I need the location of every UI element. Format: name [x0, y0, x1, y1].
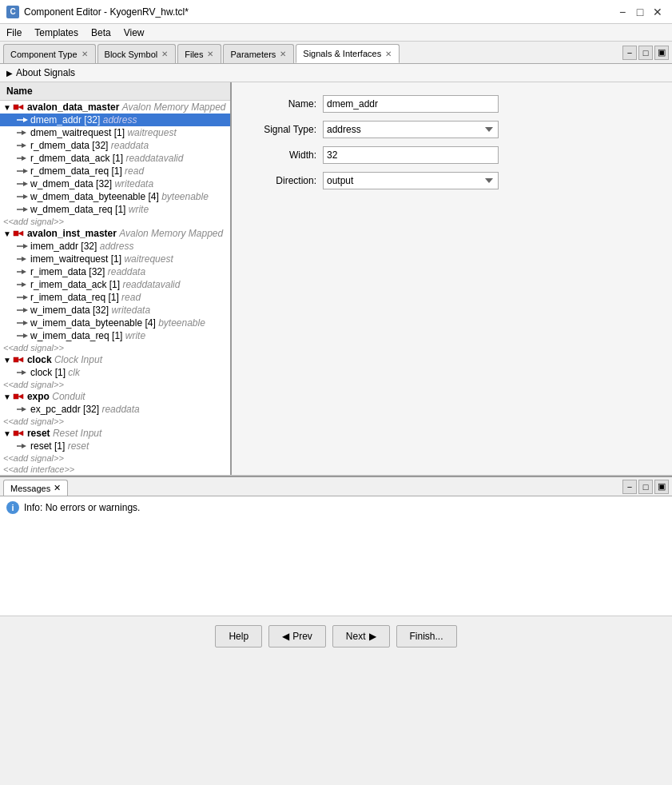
- messages-minimize-btn[interactable]: −: [622, 480, 637, 494]
- signal-type-select[interactable]: address readdata writedata waitrequest r…: [323, 121, 499, 138]
- signal-type: write: [125, 330, 145, 341]
- tree-item-expo[interactable]: ▼ expo Conduit: [0, 390, 230, 403]
- tree-item-dmem-addr[interactable]: dmem_addr [32] address: [0, 114, 230, 126]
- signal-type: readdata: [101, 404, 139, 415]
- svg-marker-23: [22, 257, 26, 261]
- signal-type: address: [100, 241, 134, 252]
- about-signals-toggle[interactable]: ▶ About Signals: [0, 64, 672, 82]
- menu-templates[interactable]: Templates: [28, 26, 85, 40]
- tab-close-signals-interfaces[interactable]: ✕: [384, 50, 392, 58]
- messages-close-btn[interactable]: ✕: [54, 483, 61, 493]
- message-row: i Info: No errors or warnings.: [6, 501, 666, 514]
- minimize-button[interactable]: −: [614, 4, 630, 20]
- direction-label: Direction:: [245, 175, 316, 186]
- signal-type: readdatavalid: [125, 153, 183, 164]
- tree-item-reset-sig[interactable]: reset [1] reset: [0, 440, 230, 452]
- tab-close-component-type[interactable]: ✕: [81, 50, 89, 58]
- direction-select[interactable]: output input bidir: [323, 172, 499, 189]
- tree-item-avalon-inst-master[interactable]: ▼ avalon_inst_master Avalon Memory Mappe…: [0, 227, 230, 240]
- tree-item-imem-waitrequest[interactable]: imem_waitrequest [1] waitrequest: [0, 253, 230, 265]
- messages-panel: Messages ✕ − □ ▣ i Info: No errors or wa…: [0, 476, 672, 616]
- signal-type: reset: [68, 440, 89, 452]
- signal-in-icon: [16, 369, 29, 377]
- maximize-panel-btn[interactable]: ▣: [654, 46, 669, 60]
- tree-item-reset[interactable]: ▼ reset Reset Input: [0, 427, 230, 440]
- tree-item-r-dmem-data-ack[interactable]: r_dmem_data_ack [1] readdatavalid: [0, 152, 230, 165]
- tree-item-imem-addr[interactable]: imem_addr [32] address: [0, 240, 230, 253]
- signal-name: dmem_addr [32]: [30, 114, 100, 126]
- interface-icon: [13, 229, 26, 237]
- svg-marker-19: [18, 231, 23, 236]
- svg-marker-31: [23, 308, 28, 313]
- tree-item-r-imem-data-req[interactable]: r_imem_data_req [1] read: [0, 291, 230, 304]
- interface-type: Avalon Memory Mapped: [122, 102, 226, 113]
- menu-beta[interactable]: Beta: [85, 26, 117, 40]
- tab-close-files[interactable]: ✕: [206, 50, 214, 58]
- tree-item-r-dmem-data[interactable]: r_dmem_data [32] readdata: [0, 139, 230, 152]
- name-input[interactable]: [323, 95, 499, 113]
- width-input[interactable]: [323, 146, 499, 164]
- interface-icon: [13, 429, 26, 437]
- svg-marker-33: [23, 321, 28, 325]
- signal-in-icon: [16, 281, 29, 289]
- signal-type: writedata: [114, 178, 153, 189]
- maximize-button[interactable]: □: [632, 4, 648, 20]
- add-signal-link-5[interactable]: <<add signal>>: [0, 452, 230, 464]
- add-interface-link[interactable]: <<add interface>>: [0, 464, 230, 475]
- tab-files[interactable]: Files ✕: [177, 44, 221, 63]
- signal-out-icon: [16, 180, 29, 188]
- restore-panel-btn[interactable]: □: [638, 46, 653, 60]
- signal-name: r_imem_data_ack [1]: [30, 279, 120, 290]
- prev-button[interactable]: ◀ Prev: [268, 625, 326, 648]
- svg-marker-37: [18, 357, 23, 362]
- messages-maximize-btn[interactable]: ▣: [654, 480, 669, 494]
- tab-messages[interactable]: Messages ✕: [3, 480, 68, 496]
- svg-marker-5: [22, 130, 26, 135]
- tab-block-symbol[interactable]: Block Symbol ✕: [97, 44, 177, 63]
- menu-bar: File Templates Beta View: [0, 24, 672, 42]
- add-signal-link-4[interactable]: <<add signal>>: [0, 416, 230, 427]
- tree-item-r-dmem-data-req[interactable]: r_dmem_data_req [1] read: [0, 165, 230, 177]
- tree-item-w-dmem-data-req[interactable]: w_dmem_data_req [1] write: [0, 203, 230, 216]
- tree-item-w-imem-data-req[interactable]: w_imem_data_req [1] write: [0, 329, 230, 342]
- tree-item-w-imem-data[interactable]: w_imem_data [32] writedata: [0, 304, 230, 317]
- tab-close-block-symbol[interactable]: ✕: [161, 50, 169, 58]
- tree-item-w-dmem-data[interactable]: w_dmem_data [32] writedata: [0, 177, 230, 190]
- next-button[interactable]: Next ▶: [332, 625, 390, 648]
- interface-name: reset: [27, 428, 50, 439]
- tree-item-w-dmem-data-byteenable[interactable]: w_dmem_data_byteenable [4] byteenable: [0, 190, 230, 203]
- tree-item-r-imem-data[interactable]: r_imem_data [32] readdata: [0, 265, 230, 278]
- tree-item-w-imem-data-byteenable[interactable]: w_imem_data_byteenable [4] byteenable: [0, 317, 230, 329]
- signal-name: w_dmem_data [32]: [30, 178, 112, 189]
- tab-signals-interfaces[interactable]: Signals & Interfaces ✕: [296, 44, 400, 63]
- tree-item-dmem-waitrequest[interactable]: dmem_waitrequest [1] waitrequest: [0, 126, 230, 139]
- tab-close-parameters[interactable]: ✕: [279, 50, 287, 58]
- signal-type: write: [129, 204, 149, 215]
- menu-file[interactable]: File: [0, 26, 28, 40]
- help-button[interactable]: Help: [215, 625, 262, 648]
- add-signal-link-1[interactable]: <<add signal>>: [0, 216, 230, 227]
- tree-item-avalon-data-master[interactable]: ▼ avalon_data_master Avalon Memory Mappe…: [0, 101, 230, 114]
- signal-name: w_dmem_data_byteenable [4]: [30, 191, 159, 202]
- signal-type: byteenable: [161, 191, 209, 202]
- tab-parameters[interactable]: Parameters ✕: [223, 44, 294, 63]
- add-signal-link-2[interactable]: <<add signal>>: [0, 342, 230, 353]
- signal-name: w_imem_data_byteenable [4]: [30, 317, 156, 329]
- messages-restore-btn[interactable]: □: [638, 480, 653, 494]
- tree-item-clock-clk[interactable]: clock [1] clk: [0, 366, 230, 379]
- tree-item-r-imem-data-ack[interactable]: r_imem_data_ack [1] readdatavalid: [0, 278, 230, 291]
- tab-component-type[interactable]: Component Type ✕: [3, 44, 96, 63]
- tree-item-ex-pc-addr[interactable]: ex_pc_addr [32] readdata: [0, 403, 230, 416]
- add-signal-link-3[interactable]: <<add signal>>: [0, 379, 230, 390]
- close-button[interactable]: ✕: [650, 4, 666, 20]
- interface-icon: [13, 356, 26, 364]
- signal-name: imem_waitrequest [1]: [30, 253, 121, 265]
- title-bar: C Component Editor - KyogenRV_hw.tcl* − …: [0, 0, 672, 24]
- svg-marker-29: [23, 295, 28, 300]
- finish-button[interactable]: Finish...: [396, 625, 457, 648]
- signal-out-icon: [16, 332, 29, 340]
- minimize-panel-btn[interactable]: −: [622, 46, 637, 60]
- signal-type: readdata: [111, 140, 149, 151]
- tree-item-clock[interactable]: ▼ clock Clock Input: [0, 353, 230, 366]
- menu-view[interactable]: View: [117, 26, 151, 40]
